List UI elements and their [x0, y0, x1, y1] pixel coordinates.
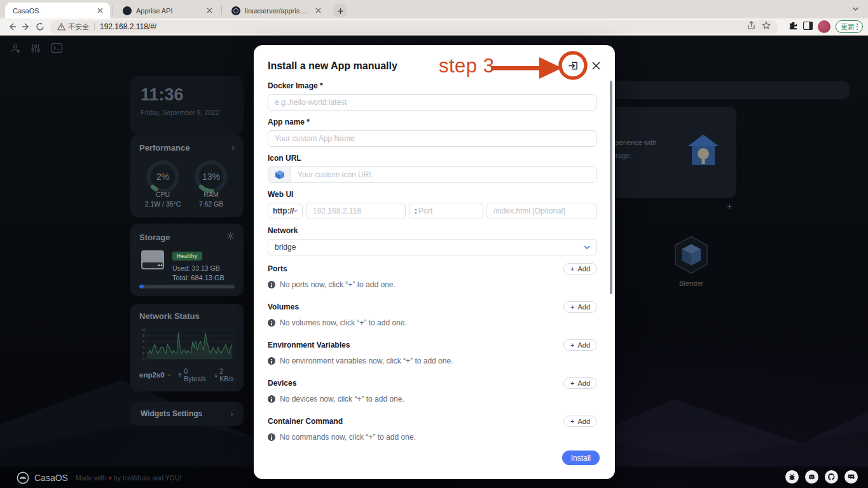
widgets-settings-button[interactable]: Widgets Settings › — [130, 402, 244, 426]
performance-widget[interactable]: Performance › 2% CPU 2.1W / 35°C — [130, 135, 244, 217]
section-empty-hint: No commands now, click “+” to add one. — [268, 433, 597, 442]
svg-text:0: 0 — [142, 357, 145, 361]
bug-report-icon[interactable] — [785, 470, 799, 484]
chevron-right-icon: › — [230, 409, 233, 419]
docker-image-input[interactable] — [268, 94, 597, 111]
plus-icon: + — [570, 341, 574, 349]
feedback-chat-icon[interactable] — [844, 470, 858, 484]
install-button[interactable]: Install — [562, 451, 600, 465]
form-section: Ports + Add No ports now, click “+” to a… — [268, 263, 597, 289]
section-empty-hint: No volumes now, click “+” to add one. — [268, 318, 597, 327]
tab-close-icon[interactable] — [204, 6, 214, 16]
svg-text:6: 6 — [142, 340, 145, 344]
upload-speed: 0 Bytes/s — [184, 367, 207, 383]
info-icon — [268, 395, 275, 403]
add-button[interactable]: + Add — [563, 263, 597, 274]
address-divider — [94, 23, 95, 30]
tab-strip: CasaOS Apprise API linuxserver/apprise-a… — [0, 0, 868, 18]
info-icon — [268, 433, 275, 441]
gear-icon[interactable] — [226, 231, 235, 243]
tab-separator — [113, 6, 113, 15]
back-button[interactable] — [5, 20, 19, 34]
chevron-down-icon[interactable] — [167, 373, 171, 377]
add-button[interactable]: + Add — [563, 339, 597, 351]
port-field[interactable]: : — [409, 203, 483, 219]
profile-avatar[interactable] — [818, 20, 830, 33]
modal-scrollbar[interactable] — [610, 81, 612, 294]
section-label: Ports — [268, 264, 287, 273]
blender-app[interactable]: Blender — [669, 235, 713, 287]
svg-text:8: 8 — [142, 334, 145, 337]
discord-icon[interactable] — [805, 470, 818, 484]
add-button[interactable]: + Add — [563, 301, 597, 313]
scheme-select[interactable]: http:// — [268, 203, 303, 219]
url-text[interactable]: 192.168.2.118/#/ — [100, 22, 156, 31]
address-bar[interactable]: 不安全 192.168.2.118/#/ — [50, 20, 778, 34]
reload-button[interactable] — [33, 20, 47, 34]
download-speed: 2 KB/s — [219, 367, 235, 383]
settings-sliders-icon[interactable] — [31, 43, 41, 56]
tab-dockerhub[interactable]: linuxserver/apprise-api - Dock — [224, 3, 328, 18]
share-icon[interactable] — [747, 21, 755, 32]
tab-close-icon[interactable] — [95, 6, 105, 16]
network-select[interactable]: bridge — [268, 239, 597, 255]
step-annotation-label: step 3 — [439, 55, 494, 78]
footer-brand: CasaOS Made with ♥ by IceWhale and YOU! — [17, 471, 181, 484]
footer-tagline: Made with ♥ by IceWhale and YOU! — [76, 474, 182, 482]
tab-apprise[interactable]: Apprise API — [115, 3, 219, 18]
warning-triangle-icon — [57, 23, 65, 30]
user-account-icon[interactable] — [10, 43, 20, 56]
update-label: 更新 — [841, 22, 855, 32]
header-divider — [585, 62, 586, 72]
section-empty-hint: No devices now, click “+” to add one. — [268, 395, 597, 403]
close-icon[interactable] — [591, 61, 601, 73]
icon-url-input[interactable] — [291, 167, 596, 182]
icon-url-label: Icon URL — [268, 154, 597, 163]
tab-casaos[interactable]: CasaOS — [5, 3, 110, 18]
side-panel-icon[interactable] — [803, 21, 813, 32]
svg-text:10: 10 — [141, 328, 146, 332]
terminal-icon[interactable] — [51, 43, 62, 56]
security-warning[interactable]: 不安全 — [57, 22, 89, 32]
app-name-input[interactable] — [268, 130, 597, 147]
import-compose-icon[interactable] — [567, 60, 579, 74]
tab-search-chevron-icon[interactable] — [852, 4, 859, 13]
github-icon[interactable] — [825, 470, 838, 484]
ram-percent: 13% — [188, 172, 235, 182]
network-title: Network Status — [139, 311, 200, 321]
cpu-label: CPU — [139, 191, 186, 198]
hard-drive-icon — [139, 249, 166, 272]
section-label: Volumes — [268, 302, 299, 311]
chevron-right-icon[interactable]: › — [231, 142, 235, 152]
svg-text:2: 2 — [142, 351, 145, 355]
network-chart: 10 8 6 4 2 0 — [139, 324, 235, 363]
security-label: 不安全 — [68, 22, 89, 32]
form-section: Volumes + Add No volumes now, click “+” … — [268, 301, 597, 327]
cube-icon — [275, 170, 285, 180]
interface-selector[interactable]: enp2s0 — [139, 371, 165, 379]
info-icon — [268, 319, 275, 327]
add-button[interactable]: + Add — [563, 416, 597, 427]
bookmark-star-icon[interactable] — [762, 21, 771, 32]
footer-social-icons — [785, 470, 858, 484]
web-ui-label: Web UI — [268, 190, 597, 199]
chrome-update-button[interactable]: 更新 — [836, 20, 863, 33]
promo-card: xperience with orage. — [609, 107, 736, 198]
install-app-modal: Install a new App manually Docker Image … — [254, 45, 615, 479]
clock-widget: 11:36 Friday, September 9, 2022 — [130, 76, 244, 135]
cpu-detail: 2.1W / 35°C — [139, 200, 186, 208]
ram-detail: 7.62 GB — [188, 200, 235, 208]
new-tab-button[interactable] — [333, 4, 347, 18]
add-app-plus-icon[interactable]: + — [726, 200, 733, 213]
extensions-puzzle-icon[interactable] — [789, 21, 798, 33]
port-input[interactable] — [417, 207, 478, 215]
forward-button[interactable] — [19, 20, 33, 34]
section-empty-hint: No environment variables now, click “+” … — [268, 356, 597, 365]
tab-title: linuxserver/apprise-api - Dock — [245, 7, 309, 15]
network-label: Network — [268, 226, 597, 235]
host-input[interactable] — [306, 203, 406, 219]
tab-close-icon[interactable] — [313, 6, 323, 16]
add-button[interactable]: + Add — [563, 377, 597, 389]
path-input[interactable] — [486, 203, 597, 219]
docker-image-label: Docker Image * — [268, 81, 597, 90]
